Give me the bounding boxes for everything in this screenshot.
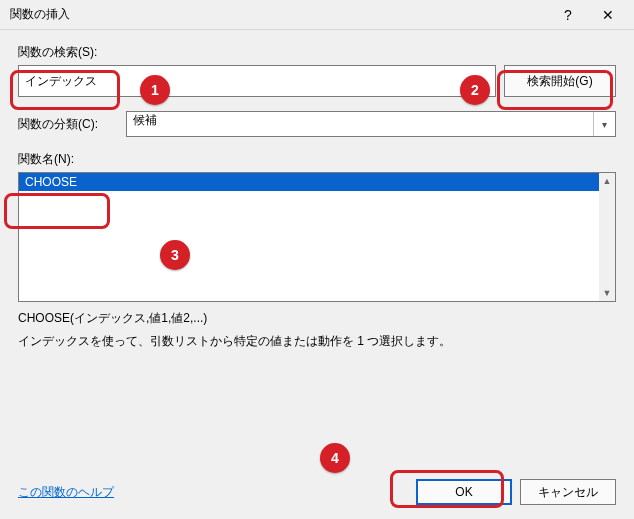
function-name-label: 関数名(N): [18, 151, 616, 168]
dialog-content: 関数の検索(S): 検索開始(G) 関数の分類(C): 候補 ▾ 関数名(N):… [0, 30, 634, 519]
scrollbar[interactable]: ▲ ▼ [599, 173, 615, 301]
dialog-footer: この関数のヘルプ OK キャンセル [18, 479, 616, 505]
search-label: 関数の検索(S): [18, 44, 616, 61]
search-input[interactable] [18, 65, 496, 97]
scroll-up-icon[interactable]: ▲ [599, 173, 615, 189]
cancel-button[interactable]: キャンセル [520, 479, 616, 505]
scroll-down-icon[interactable]: ▼ [599, 285, 615, 301]
category-label: 関数の分類(C): [18, 116, 118, 133]
annotation-badge-4: 4 [320, 443, 350, 473]
function-listbox[interactable]: CHOOSE ▲ ▼ [18, 172, 616, 302]
category-select[interactable]: 候補 ▾ [126, 111, 616, 137]
category-value: 候補 [133, 113, 157, 127]
titlebar: 関数の挿入 ? ✕ [0, 0, 634, 30]
dialog-title: 関数の挿入 [10, 6, 548, 23]
help-button[interactable]: ? [548, 1, 588, 29]
chevron-down-icon: ▾ [593, 112, 615, 136]
list-item[interactable]: CHOOSE [19, 173, 615, 191]
close-button[interactable]: ✕ [588, 1, 628, 29]
function-syntax: CHOOSE(インデックス,値1,値2,...) [18, 310, 616, 327]
search-go-button[interactable]: 検索開始(G) [504, 65, 616, 97]
help-link[interactable]: この関数のヘルプ [18, 484, 114, 501]
ok-button[interactable]: OK [416, 479, 512, 505]
function-description: インデックスを使って、引数リストから特定の値または動作を 1 つ選択します。 [18, 333, 616, 350]
